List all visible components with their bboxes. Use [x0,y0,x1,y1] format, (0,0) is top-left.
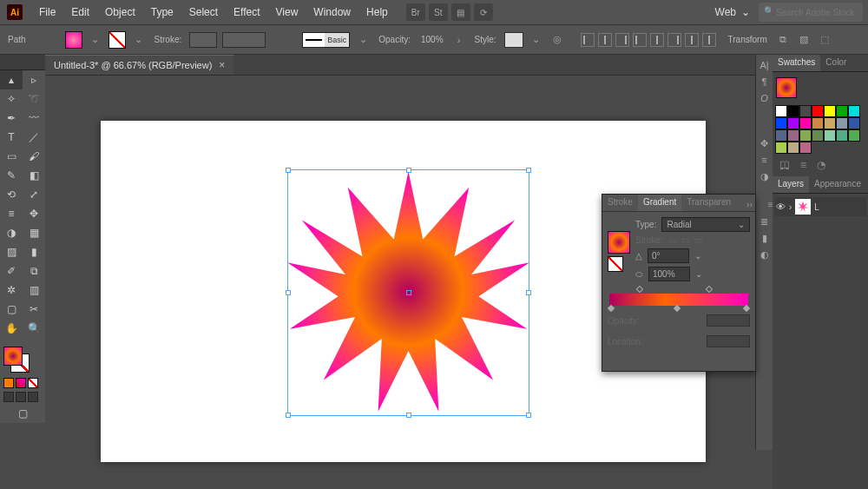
color-stop-1[interactable] [608,306,615,314]
color-mode-icon[interactable] [3,378,14,388]
swatch[interactable] [824,105,836,117]
angle-dropdown-icon[interactable]: ⌄ [694,251,701,261]
stock-icon[interactable]: St [429,3,448,21]
line-tool[interactable]: ／ [23,128,45,147]
transparency-panel-icon[interactable]: ◐ [758,248,772,261]
bridge-icon[interactable]: Br [406,3,425,21]
direct-selection-tool[interactable]: ▹ [23,70,45,89]
gradient-fill-swatch[interactable] [608,231,630,254]
menu-type[interactable]: Type [143,6,181,18]
stroke-dropdown-icon[interactable]: ⌄ [131,32,147,48]
align-left-icon[interactable] [581,33,595,47]
align-bottom-icon[interactable] [667,33,681,47]
swatch[interactable] [848,105,860,117]
close-tab-icon[interactable]: × [219,59,225,71]
paragraph-panel-icon[interactable]: ¶ [758,75,772,89]
swatch-kind-icon[interactable]: ◔ [817,159,825,171]
curvature-tool[interactable]: 〰 [23,109,45,128]
gradient-panel-icon[interactable]: ▮ [758,231,772,245]
swatch[interactable] [848,117,860,129]
layer-name[interactable]: L [814,202,819,212]
stop-location-input[interactable] [707,335,750,347]
distribute-h-icon[interactable] [685,33,699,47]
swatch[interactable] [799,129,812,142]
isolate-icon[interactable]: ⧉ [775,32,791,48]
pen-tool[interactable]: ✒ [0,109,23,128]
swatch[interactable] [836,117,848,129]
blend-tool[interactable]: ⧉ [23,261,45,281]
gradient-stroke-swatch[interactable] [608,256,623,272]
column-graph-tool[interactable]: ▥ [23,281,45,300]
paintbrush-tool[interactable]: 🖌 [23,147,45,166]
gradient-mode-icon[interactable] [16,378,26,388]
handle-tr[interactable] [526,168,531,173]
workspace-switcher[interactable]: Web ⌄ [707,6,759,18]
swatch[interactable] [824,129,836,142]
brush-definition[interactable]: Basic [302,32,350,48]
swatch-libraries-icon[interactable]: 🕮 [779,159,790,171]
tab-appearance[interactable]: Appearance [809,176,866,193]
eyedropper-tool[interactable]: ✐ [0,261,23,281]
menu-effect[interactable]: Effect [226,6,267,18]
lasso-tool[interactable]: ➰ [23,89,45,109]
align-panel-icon[interactable]: ≡ [758,153,772,167]
gradient-type-dropdown[interactable]: Radial⌄ [661,217,750,232]
fill-dropdown-icon[interactable]: ⌄ [88,32,103,48]
swatch[interactable] [812,117,824,129]
swatch[interactable] [836,105,848,117]
aspect-dropdown-icon[interactable]: ⌄ [695,269,702,279]
menu-window[interactable]: Window [306,6,358,18]
swatch[interactable] [787,142,799,154]
gpu-icon[interactable]: ⟳ [474,3,493,21]
stroke-panel-icon[interactable]: ≣ [758,215,772,228]
swatch[interactable] [775,105,787,117]
gradient-ramp[interactable] [609,294,748,306]
recolor-icon[interactable]: ◎ [549,32,565,48]
tab-color[interactable]: Color [820,55,852,71]
swatch[interactable] [775,117,787,129]
swatch[interactable] [775,129,787,142]
zoom-tool[interactable]: 🔍 [23,319,45,338]
none-mode-icon[interactable] [28,378,38,388]
handle-r[interactable] [526,290,531,295]
menu-edit[interactable]: Edit [63,6,97,18]
shape-builder-tool[interactable]: ◑ [0,223,23,242]
menu-view[interactable]: View [268,6,306,18]
fill-swatch[interactable] [65,31,82,49]
brush-dropdown-icon[interactable]: ⌄ [355,32,371,48]
swatch[interactable] [812,129,824,142]
screen-mode-icon[interactable]: ▢ [0,404,45,423]
perspective-tool[interactable]: ▦ [23,223,45,242]
document-tab[interactable]: Untitled-3* @ 66.67% (RGB/Preview) × [45,55,233,75]
handle-tl[interactable] [286,168,291,173]
handle-l[interactable] [286,290,291,295]
graphic-style-swatch[interactable] [504,32,523,48]
panel-menu-icon[interactable]: ≡ [763,197,779,208]
swatch[interactable] [848,129,860,142]
center-point[interactable] [406,290,411,295]
tab-swatches[interactable]: Swatches [773,55,820,71]
swatch[interactable] [812,105,824,117]
layer-row[interactable]: 👁 › L [774,197,866,216]
free-transform-tool[interactable]: ✥ [23,204,45,223]
opacity-value[interactable]: 100% [421,35,444,44]
swatch[interactable] [787,105,799,117]
handle-br[interactable] [526,413,531,418]
selected-object[interactable] [287,169,529,416]
aspect-input[interactable]: 100% [648,267,690,281]
swatch[interactable] [799,105,812,117]
swatch[interactable] [799,142,812,154]
tab-layers[interactable]: Layers [773,176,809,193]
swatch[interactable] [836,129,848,142]
eraser-tool[interactable]: ◧ [23,166,45,185]
edit-object-icon[interactable]: ⬚ [817,32,832,48]
stroke-weight-input[interactable] [189,32,217,48]
tab-gradient[interactable]: Gradient [638,195,681,211]
menu-help[interactable]: Help [358,6,396,18]
scale-tool[interactable]: ⤢ [23,185,45,204]
stroke-profile-dropdown[interactable] [222,32,266,48]
slice-tool[interactable]: ✂ [23,300,45,319]
hand-tool[interactable]: ✋ [0,319,23,338]
gradient-panel[interactable]: Stroke Gradient Transparen ›› ≡ Type: Ra… [602,194,756,372]
expand-icon[interactable]: › [789,202,792,212]
